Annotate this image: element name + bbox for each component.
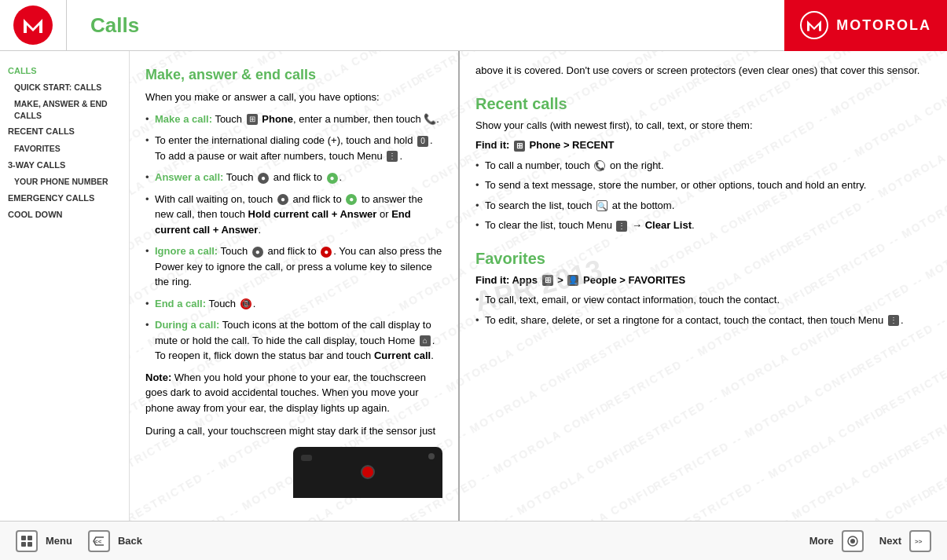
svg-rect-2 — [21, 536, 26, 540]
brand-m-icon — [805, 16, 824, 35]
sidebar-item-quickstart[interactable]: QUICK START: CALLS — [8, 79, 129, 96]
fav-bullet-edit: To edit, share, delete, or set a rington… — [475, 313, 931, 328]
sidebar-item-favorites[interactable]: FAVORITES — [8, 141, 129, 157]
bullet-end-call: End a call: Touch 📵. — [145, 296, 442, 312]
menu-icon-1: ⋮ — [387, 151, 398, 162]
recent-bullet-search: To search the list, touch 🔍 at the botto… — [475, 198, 931, 214]
header-logo — [0, 0, 67, 51]
sidebar-item-phonenumber[interactable]: YOUR PHONE NUMBER — [8, 174, 129, 190]
bullet-make-call: Make a call: Touch ⊞ Phone, enter a numb… — [145, 112, 442, 127]
sidebar-item-recent[interactable]: RECENT CALLS — [8, 123, 129, 140]
phone-grid-icon: ⊞ — [247, 114, 258, 125]
search-icon: 🔍 — [596, 200, 607, 211]
next-chevron-icon: >> — [914, 536, 927, 546]
header: Calls MOTOROLA — [0, 0, 947, 51]
findit-label-2: Find it: — [475, 274, 509, 286]
dark-circle-icon-1: ● — [258, 173, 269, 184]
menu-icon-box — [16, 530, 38, 552]
content-left: Make, answer & end calls When you make o… — [130, 51, 460, 521]
make-call-term: Make a call: — [155, 113, 212, 125]
recent-calls-findit: Find it: ⊞ Phone > RECENT — [475, 137, 931, 153]
sidebar-item-calls[interactable]: CALLS — [8, 63, 129, 79]
page-title: Calls — [67, 13, 784, 38]
make-answer-heading: Make, answer & end calls — [145, 67, 442, 83]
red-circle-icon: ● — [321, 247, 332, 258]
menu-icon-2: ⋮ — [616, 221, 627, 232]
phone-speaker — [301, 455, 312, 461]
more-label: More — [809, 535, 834, 547]
note-paragraph: Note: When you hold your phone to your e… — [145, 370, 442, 416]
svg-point-8 — [850, 539, 855, 544]
bullet-answer-call: Answer a call: Touch ● and flick to ●. — [145, 170, 442, 185]
motorola-m-icon — [20, 13, 46, 38]
recent-findit-detail: Phone > RECENT — [530, 139, 615, 151]
phone-image-area — [145, 447, 442, 498]
home-icon: ⌂ — [420, 335, 431, 346]
svg-rect-5 — [28, 542, 32, 547]
header-brand: MOTOROLA — [784, 0, 947, 51]
sidebar: CALLS QUICK START: CALLS MAKE, ANSWER & … — [0, 51, 130, 521]
menu-grid-icon — [20, 535, 33, 547]
green-phone-icon: 📞 — [424, 113, 436, 125]
phone-sensor-dot — [361, 465, 375, 479]
sensor-continued-text: above it is covered. Don't use covers or… — [475, 63, 931, 79]
favorites-findit: Find it: Apps ⊞ > 👤 People > FAVORITES — [475, 273, 931, 288]
back-label: Back — [118, 535, 142, 547]
back-chevron-icon: << — [93, 536, 105, 546]
phone-camera — [428, 453, 435, 459]
people-icon: 👤 — [567, 275, 578, 286]
during-call-term: During a call: — [155, 319, 219, 331]
menu-label: Menu — [46, 535, 72, 547]
note-label: Note: — [145, 372, 171, 383]
green-circle-icon: ● — [327, 173, 338, 184]
brand-logo-icon — [800, 11, 828, 39]
green-circle-icon-2: ● — [346, 194, 357, 205]
answer-call-term: Answer a call: — [155, 171, 223, 183]
fav-bullet-contact: To call, text, email, or view contact in… — [475, 292, 931, 308]
ignore-call-term: Ignore a call: — [155, 245, 218, 257]
more-circle-icon — [846, 535, 859, 547]
phone-grid-icon-2: ⊞ — [514, 141, 525, 152]
during-call-continued: During a call, your touchscreen might st… — [145, 423, 442, 439]
back-button[interactable]: << Back — [88, 530, 142, 552]
svg-text:<<: << — [94, 538, 102, 545]
sidebar-item-cooldown[interactable]: COOL DOWN — [8, 207, 129, 223]
sidebar-item-emergency[interactable]: EMERGENCY CALLS — [8, 190, 129, 207]
bullet-during-call: During a call: Touch icons at the bottom… — [145, 317, 442, 364]
recent-calls-bullets: To call a number, touch 📞 on the right. … — [475, 158, 931, 233]
favorites-bullets: To call, text, email, or view contact in… — [475, 292, 931, 328]
next-label: Next — [879, 535, 901, 547]
bullet-ignore-call: Ignore a call: Touch ● and flick to ●. Y… — [145, 243, 442, 290]
svg-text:>>: >> — [915, 538, 923, 545]
main-layout: CALLS QUICK START: CALLS MAKE, ANSWER & … — [0, 51, 947, 521]
phone-mockup — [293, 447, 442, 498]
dark-circle-icon-3: ● — [252, 247, 263, 258]
make-answer-intro: When you make or answer a call, you have… — [145, 90, 442, 105]
more-icon-box — [842, 530, 864, 552]
favorites-heading: Favorites — [475, 250, 931, 268]
bullet-call-waiting: With call waiting on, touch ● and flick … — [145, 192, 442, 238]
findit-label-1: Find it: — [475, 139, 509, 151]
content-right: above it is covered. Don't use covers or… — [460, 51, 947, 521]
sidebar-item-3way[interactable]: 3-WAY CALLS — [8, 157, 129, 174]
recent-bullet-text: To send a text message, store the number… — [475, 178, 931, 193]
footer: Menu << Back More Next >> — [0, 521, 947, 560]
back-icon-box: << — [88, 530, 110, 552]
apps-icon: ⊞ — [542, 275, 553, 286]
motorola-logo — [13, 5, 53, 45]
menu-button[interactable]: Menu — [16, 530, 72, 552]
recent-calls-heading: Recent calls — [475, 95, 931, 113]
recent-calls-intro: Show your calls (with newest first), to … — [475, 118, 931, 134]
make-answer-bullets: Make a call: Touch ⊞ Phone, enter a numb… — [145, 112, 442, 364]
svg-rect-4 — [21, 542, 26, 547]
sidebar-item-make-answer[interactable]: MAKE, ANSWER & END CALLS — [8, 96, 129, 123]
recent-bullet-clear: To clear the list, touch Menu ⋮ → Clear … — [475, 218, 931, 233]
next-button[interactable]: Next >> — [879, 530, 931, 552]
content-area: RESTRICTED -- MOTOROLA CONFIDENTIAL REST… — [130, 51, 947, 521]
menu-icon-3: ⋮ — [888, 315, 899, 326]
bullet-intl-dialing: To enter the international dialing code … — [145, 133, 442, 163]
more-button[interactable]: More — [809, 530, 864, 552]
brand-name: MOTOROLA — [836, 17, 931, 34]
dark-circle-icon-2: ● — [277, 194, 288, 205]
svg-rect-3 — [28, 536, 32, 540]
